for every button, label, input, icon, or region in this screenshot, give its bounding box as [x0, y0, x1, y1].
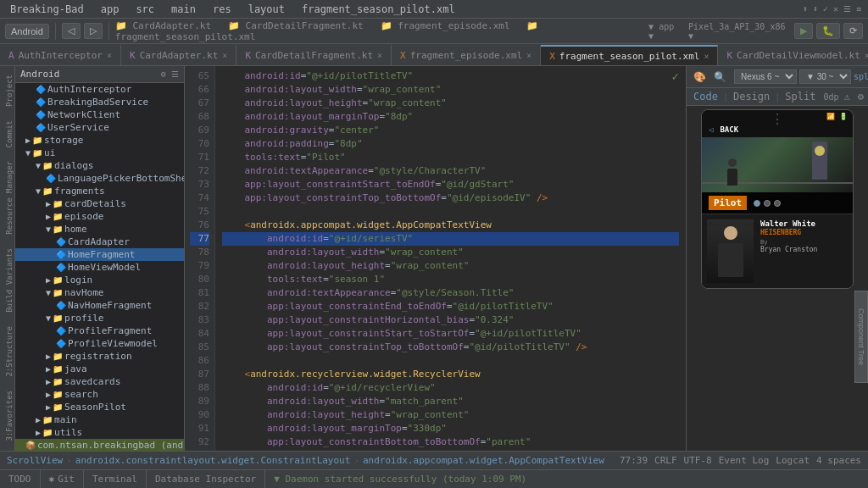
code-line-84: app:layout_constraintStart_toStartOf="@+…: [222, 327, 679, 341]
menu-main[interactable]: main: [168, 2, 199, 17]
search-btn[interactable]: 🔍: [711, 70, 729, 84]
tree-login[interactable]: ▶ 📁 login: [15, 274, 184, 286]
menu-file[interactable]: fragment_season_pilot.xml: [298, 2, 459, 17]
back-btn[interactable]: ◁: [62, 23, 81, 39]
validation-checkmark: ✓: [672, 69, 679, 83]
bottom-tab-terminal[interactable]: Terminal: [84, 470, 147, 488]
screen-name: splashScreenTheme: [854, 72, 868, 81]
favorites-tab[interactable]: 3:Favorites: [0, 385, 14, 446]
component-tree-btn[interactable]: Component Tree: [854, 291, 868, 383]
resource-manager-tab[interactable]: Resource Manager: [0, 156, 14, 240]
tree-registration[interactable]: ▶ 📁 registration: [15, 350, 184, 363]
tree-ui[interactable]: ▼ 📁 ui: [15, 147, 184, 159]
code-line-82: app:layout_constraintEnd_toEndOf="@id/pi…: [222, 300, 679, 313]
tree-languagepicker[interactable]: 🔷 LanguagePickerBottomSheet: [15, 172, 184, 185]
warn-btn[interactable]: ⚠: [842, 90, 853, 103]
menu-app[interactable]: app: [97, 2, 123, 17]
tab-fragment-episode[interactable]: Xfragment_episode.xml×: [392, 45, 541, 65]
code-line-66: android:layout_width="wrap_content": [222, 83, 679, 97]
tree-androidtest[interactable]: 📦 com.ntsan.breakingbad (androidTest): [15, 439, 184, 451]
structure-tab[interactable]: 2:Structure: [0, 321, 14, 382]
sync-btn[interactable]: ⟳: [843, 23, 863, 39]
palette-btn[interactable]: 🎨: [691, 70, 709, 84]
dot-2: [764, 200, 771, 207]
tree-storage[interactable]: ▶ 📁 storage: [15, 134, 184, 147]
pilot-badge: Pilot: [702, 192, 853, 214]
menu-layout[interactable]: layout: [245, 2, 288, 17]
forward-btn[interactable]: ▷: [84, 23, 103, 39]
tree-episode[interactable]: ▶ 📁 episode: [15, 210, 184, 223]
debug-btn[interactable]: 🐛: [816, 23, 840, 39]
code-editor[interactable]: 6566676869 7071727374 757677 7879808182 …: [185, 66, 686, 451]
design-view-btn[interactable]: Design: [731, 90, 772, 103]
tab-fragment-season-pilot[interactable]: Xfragment_season_pilot.xml×: [541, 45, 718, 65]
status-bar: ScrollView › androidx.constraintlayout.w…: [0, 451, 868, 469]
tree-java[interactable]: ▶ 📁 java: [15, 363, 184, 375]
code-line-75: [222, 205, 679, 219]
tree-profilefragment[interactable]: 🔷 ProfileFragment: [15, 324, 184, 337]
tree-homefragment-file[interactable]: 🔷 HomeFragment: [15, 248, 184, 261]
tab-label: CardDetailFragment.kt: [255, 50, 373, 61]
breadcrumb-appcompattextview[interactable]: androidx.appcompat.widget.AppCompatTextV…: [363, 455, 604, 466]
tree-home[interactable]: ▼ 📁 home: [15, 223, 184, 236]
menu-src[interactable]: src: [132, 2, 158, 17]
tree-homeviewmodel-file[interactable]: 🔷 HomeViewModel: [15, 261, 184, 274]
tree-navhome[interactable]: ▼ 📁 navHome: [15, 286, 184, 299]
dot-3: [774, 200, 781, 207]
tree-fragments[interactable]: ▼ 📁 fragments: [15, 185, 184, 197]
menu-breaking-bad[interactable]: Breaking-Bad: [7, 2, 87, 17]
tree-profile[interactable]: ▼ 📁 profile: [15, 312, 184, 324]
code-lines[interactable]: android:id="@+id/pilotTitleTV" android:l…: [215, 66, 686, 451]
tree-seasonpilot[interactable]: ▶ 📁 SeasonPilot: [15, 401, 184, 413]
tree-utils[interactable]: ▶ 📁 utils: [15, 426, 184, 439]
charset: UTF-8: [684, 455, 712, 466]
tree-cardadapter-file[interactable]: 🔷 CardAdapter: [15, 236, 184, 248]
run-btn[interactable]: ▶: [794, 23, 813, 39]
file-tree-header: Android ⚙ ☰: [15, 66, 184, 83]
tab-carddetailviewmodel[interactable]: KCardDetailViewmodel.kt×: [718, 45, 868, 65]
api-selector[interactable]: ▼ 30 ~: [799, 69, 851, 84]
tree-networkclient[interactable]: 🔷 NetworkClient: [15, 108, 184, 121]
dot-1: [754, 200, 760, 207]
breadcrumb-scrollview[interactable]: ScrollView: [7, 455, 63, 466]
split-view-btn[interactable]: Split: [782, 90, 818, 103]
person-silhouette: [727, 158, 737, 186]
project-tab[interactable]: Project: [0, 69, 14, 112]
tree-dialogs[interactable]: ▼ 📁 dialogs: [15, 159, 184, 172]
tree-savedcards[interactable]: ▶ 📁 savedcards: [15, 375, 184, 388]
project-dropdown[interactable]: Android: [5, 24, 49, 39]
tree-userservice[interactable]: 🔷 UserService: [15, 121, 184, 134]
tab-authinterceptor[interactable]: AAuthInterceptor×: [0, 45, 121, 65]
tree-main-folder[interactable]: ▶ 📁 main: [15, 413, 184, 426]
tab-carddetailfragment[interactable]: KCardDetailFragment.kt×: [236, 45, 392, 65]
tab-label: fragment_episode.xml: [410, 50, 522, 61]
code-line-90: android:layout_height="wrap_content": [222, 408, 679, 422]
tab-label: fragment_season_pilot.xml: [559, 51, 700, 62]
logcat-btn[interactable]: Logcat: [776, 455, 810, 466]
tree-authinterceptor[interactable]: 🔷 AuthInterceptor: [15, 83, 184, 96]
event-log-btn[interactable]: Event Log: [719, 455, 770, 466]
breadcrumb-constraintlayout[interactable]: androidx.constraintlayout.widget.Constra…: [75, 455, 351, 466]
tree-breakingbadservice[interactable]: 🔷 BreakingBadService: [15, 96, 184, 108]
bottom-tab-git[interactable]: ✱ Git: [41, 470, 85, 488]
code-line-93: app:layout_constraintEnd_toEndOf="parent…: [222, 449, 679, 451]
tree-profileviewmodel[interactable]: 🔷 ProfileViewmodel: [15, 337, 184, 350]
commit-tab[interactable]: Commit: [0, 115, 14, 153]
editor-tabs: AAuthInterceptor× KCardAdapter.kt× KCard…: [0, 44, 868, 66]
settings-btn[interactable]: ⚙: [855, 90, 866, 103]
right-panel: 🎨 🔍 Nexus 6 ~ ▼ 30 ~ splashScreenTheme C…: [686, 66, 868, 451]
tree-navhomefragment[interactable]: 🔷 NavHomeFragment: [15, 299, 184, 312]
tab-cardadapter[interactable]: KCardAdapter.kt×: [121, 45, 236, 65]
device-selector[interactable]: Nexus 6 ~: [734, 69, 797, 84]
build-variants-tab[interactable]: Build Variants: [0, 243, 14, 318]
bottom-tab-todo[interactable]: TODO: [0, 470, 41, 488]
indent-setting: 4 spaces: [816, 455, 861, 466]
line-numbers: 6566676869 7071727374 757677 7879808182 …: [185, 66, 215, 451]
code-line-72: android:textAppearance="@style/Character…: [222, 164, 679, 178]
tree-carddetails[interactable]: ▶ 📁 cardDetails: [15, 197, 184, 210]
code-view-btn[interactable]: Code: [691, 90, 721, 103]
tree-search[interactable]: ▶ 📁 search: [15, 388, 184, 401]
code-line-79: android:layout_height="wrap_content": [222, 259, 679, 273]
menu-res[interactable]: res: [209, 2, 235, 17]
bottom-tab-database[interactable]: Database Inspector: [147, 470, 265, 488]
